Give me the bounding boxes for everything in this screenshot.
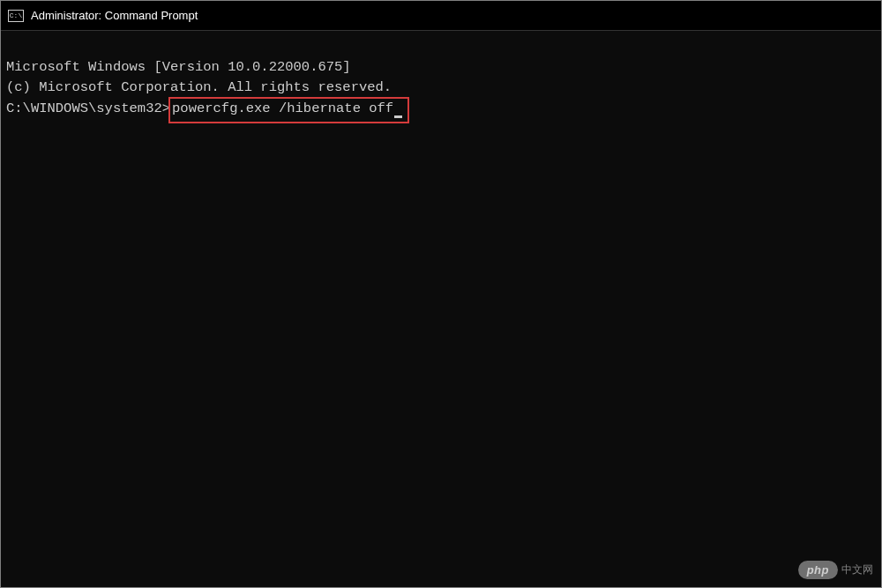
version-line: Microsoft Windows [Version 10.0.22000.67… [6,57,876,77]
cmd-icon: C:\ [8,10,24,22]
titlebar[interactable]: C:\ Administrator: Command Prompt [1,1,881,31]
cmd-icon-label: C:\ [10,11,22,19]
command-prompt-window: C:\ Administrator: Command Prompt Micros… [0,0,882,588]
command-highlight-box: powercfg.exe /hibernate off [168,97,409,123]
copyright-line: (c) Microsoft Corporation. All rights re… [6,78,876,97]
cursor [394,115,402,118]
watermark: php 中文网 [798,561,873,579]
typed-command[interactable]: powercfg.exe /hibernate off [172,100,393,116]
prompt-path: C:\WINDOWS\system32> [6,100,170,116]
watermark-badge: php [798,561,838,579]
window-title: Administrator: Command Prompt [31,9,198,22]
watermark-text: 中文网 [841,562,873,577]
terminal-output[interactable]: Microsoft Windows [Version 10.0.22000.67… [1,31,881,587]
prompt-line: C:\WINDOWS\system32>powercfg.exe /hibern… [6,97,876,123]
